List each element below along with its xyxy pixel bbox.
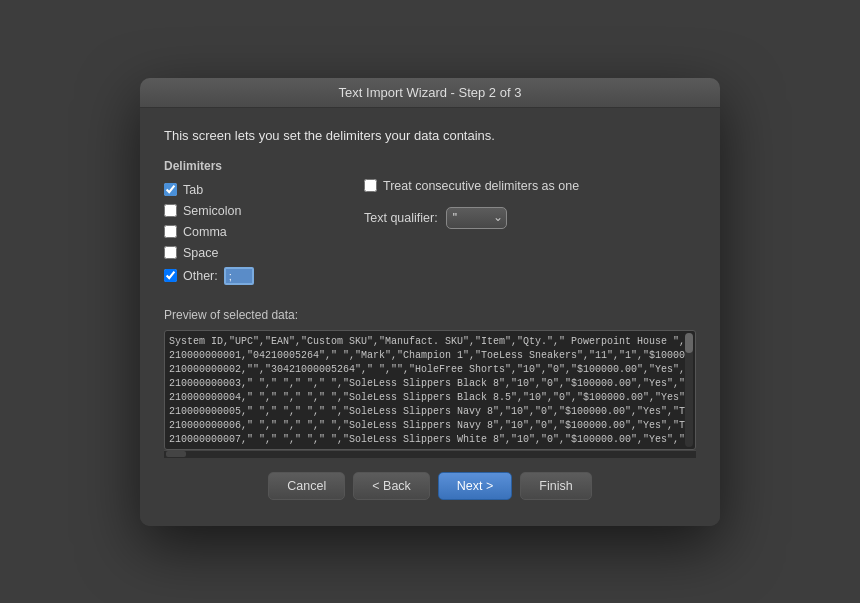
options-section: Treat consecutive delimiters as one Text… — [364, 159, 696, 292]
comma-checkbox[interactable] — [164, 225, 177, 238]
tab-row: Tab — [164, 183, 364, 197]
tab-label: Tab — [183, 183, 203, 197]
tab-checkbox[interactable] — [164, 183, 177, 196]
dialog-body: This screen lets you set the delimiters … — [140, 108, 720, 526]
text-qualifier-select[interactable]: " ' {none} — [446, 207, 507, 229]
back-button[interactable]: < Back — [353, 472, 430, 500]
cancel-button[interactable]: Cancel — [268, 472, 345, 500]
window-title: Text Import Wizard - Step 2 of 3 — [339, 85, 522, 100]
preview-scrollbar[interactable] — [685, 333, 693, 447]
text-qualifier-select-wrapper: " ' {none} — [446, 207, 507, 229]
dialog: Text Import Wizard - Step 2 of 3 This sc… — [140, 78, 720, 526]
delimiters-section: Delimiters Tab Semicolon Comma Space — [164, 159, 364, 292]
other-input[interactable] — [224, 267, 254, 285]
semicolon-label: Semicolon — [183, 204, 241, 218]
semicolon-row: Semicolon — [164, 204, 364, 218]
other-label: Other: — [183, 269, 218, 283]
preview-box: System ID,"UPC","EAN","Custom SKU","Manu… — [164, 330, 696, 450]
description-text: This screen lets you set the delimiters … — [164, 128, 696, 143]
space-row: Space — [164, 246, 364, 260]
treat-consecutive-label: Treat consecutive delimiters as one — [383, 179, 579, 193]
preview-content: System ID,"UPC","EAN","Custom SKU","Manu… — [169, 335, 691, 447]
preview-bottom-grip — [166, 451, 186, 457]
space-checkbox[interactable] — [164, 246, 177, 259]
preview-scrollbar-thumb — [685, 333, 693, 353]
content-area: Delimiters Tab Semicolon Comma Space — [164, 159, 696, 292]
delimiters-label: Delimiters — [164, 159, 364, 173]
semicolon-checkbox[interactable] — [164, 204, 177, 217]
other-checkbox[interactable] — [164, 269, 177, 282]
button-row: Cancel < Back Next > Finish — [164, 458, 696, 506]
space-label: Space — [183, 246, 218, 260]
treat-consecutive-checkbox[interactable] — [364, 179, 377, 192]
other-row: Other: — [164, 267, 364, 285]
qualifier-row: Text qualifier: " ' {none} — [364, 207, 696, 229]
finish-button[interactable]: Finish — [520, 472, 591, 500]
text-qualifier-label: Text qualifier: — [364, 211, 438, 225]
comma-label: Comma — [183, 225, 227, 239]
preview-bottom-bar — [164, 450, 696, 458]
comma-row: Comma — [164, 225, 364, 239]
title-bar: Text Import Wizard - Step 2 of 3 — [140, 78, 720, 108]
next-button[interactable]: Next > — [438, 472, 512, 500]
preview-label: Preview of selected data: — [164, 308, 696, 322]
treat-consecutive-row: Treat consecutive delimiters as one — [364, 179, 696, 193]
